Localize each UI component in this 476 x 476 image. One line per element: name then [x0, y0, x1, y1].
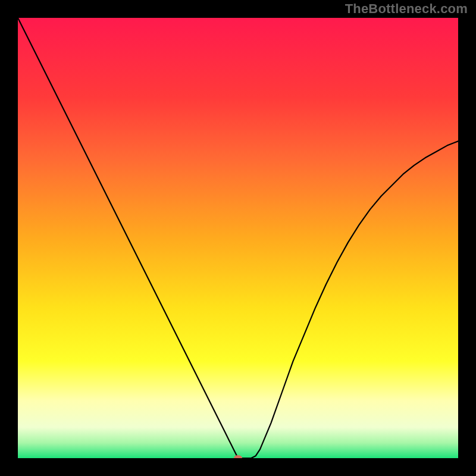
- plot-area: [18, 18, 458, 458]
- gradient-background: [18, 18, 458, 458]
- bottleneck-curve-chart: [18, 18, 458, 458]
- watermark-label: TheBottleneck.com: [345, 1, 468, 17]
- chart-frame: TheBottleneck.com: [0, 0, 476, 476]
